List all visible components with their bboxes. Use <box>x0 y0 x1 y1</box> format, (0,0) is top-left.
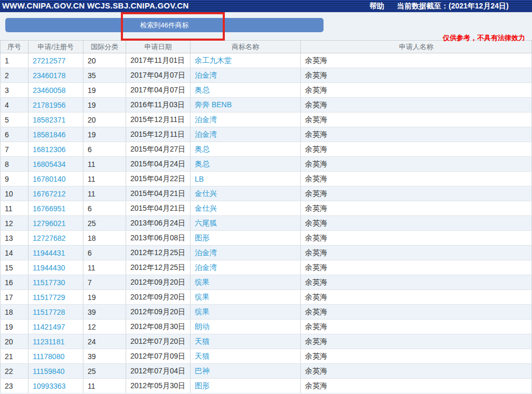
reg-no-link[interactable]: 11159840 <box>33 367 64 376</box>
cell-applicant: 余英海 <box>301 112 532 127</box>
cell-trademark-name[interactable]: 泊金湾 <box>191 246 301 260</box>
cell-reg-no[interactable]: 11944431 <box>28 246 83 260</box>
cell-reg-no[interactable]: 16766951 <box>28 201 83 216</box>
cell-trademark-name[interactable]: 巴神 <box>191 364 301 379</box>
cell-reg-no[interactable]: 18581846 <box>28 127 83 142</box>
cell-reg-no[interactable]: 16780140 <box>28 172 83 186</box>
cell-reg-no[interactable]: 11944430 <box>28 260 83 275</box>
trademark-name-link[interactable]: 泊金湾 <box>195 115 217 124</box>
reg-no-link[interactable]: 23460058 <box>33 86 65 95</box>
cell-reg-no[interactable]: 11517728 <box>28 305 83 320</box>
cell-reg-no[interactable]: 12727682 <box>28 231 83 246</box>
trademark-name-link[interactable]: 天猫 <box>195 337 210 345</box>
help-link[interactable]: 帮助 <box>369 2 384 11</box>
cell-reg-no[interactable]: 16805434 <box>28 157 83 172</box>
cell-reg-no[interactable]: 21781956 <box>28 98 83 112</box>
trademark-name-link[interactable]: 朗动 <box>195 322 210 331</box>
trademark-name-link[interactable]: 泊金湾 <box>195 130 217 138</box>
cell-trademark-name[interactable]: 奥总 <box>191 157 301 172</box>
trademark-name-link[interactable]: 图形 <box>195 381 210 390</box>
reg-no-link[interactable]: 27212577 <box>33 57 65 65</box>
reg-no-link[interactable]: 16812306 <box>33 145 65 154</box>
reg-no-link[interactable]: 16766951 <box>33 204 65 213</box>
reg-no-link[interactable]: 16767212 <box>33 190 65 198</box>
cell-trademark-name[interactable]: 泊金湾 <box>191 260 301 275</box>
trademark-name-link[interactable]: 缤果 <box>195 293 210 301</box>
trademark-name-link[interactable]: LB <box>195 175 204 183</box>
cell-trademark-name[interactable]: LB <box>191 172 301 186</box>
result-count-button[interactable]: 检索到46件商标 <box>5 18 324 32</box>
trademark-name-link[interactable]: 奔奔 BENB <box>195 100 232 109</box>
reg-no-link[interactable]: 16780140 <box>33 175 65 183</box>
reg-no-link[interactable]: 16805434 <box>33 160 65 168</box>
cell-reg-no[interactable]: 18582371 <box>28 112 83 127</box>
trademark-name-link[interactable]: 六尾狐 <box>195 219 217 227</box>
reg-no-link[interactable]: 18581846 <box>33 130 65 139</box>
trademark-name-link[interactable]: 泊金湾 <box>195 263 217 271</box>
reg-no-link[interactable]: 11231181 <box>33 337 64 346</box>
reg-no-link[interactable]: 11421497 <box>33 323 65 331</box>
cell-trademark-name[interactable]: 泊金湾 <box>191 68 301 83</box>
cell-trademark-name[interactable]: 奥总 <box>191 142 301 157</box>
trademark-name-link[interactable]: 泊金湾 <box>195 71 217 79</box>
reg-no-link[interactable]: 10993363 <box>33 382 65 390</box>
cell-reg-no[interactable]: 11421497 <box>28 320 83 334</box>
cell-reg-no[interactable]: 16767212 <box>28 186 83 201</box>
cell-reg-no[interactable]: 11178080 <box>28 349 83 364</box>
reg-no-link[interactable]: 11517730 <box>33 278 65 287</box>
cell-reg-no[interactable]: 23460058 <box>28 83 83 98</box>
cell-trademark-name[interactable]: 金仕兴 <box>191 186 301 201</box>
cell-reg-no[interactable]: 11517729 <box>28 290 83 305</box>
cell-reg-no[interactable]: 23460178 <box>28 68 83 83</box>
cell-reg-no[interactable]: 11517730 <box>28 275 83 290</box>
trademark-name-link[interactable]: 图形 <box>195 233 210 242</box>
cell-trademark-name[interactable]: 朗动 <box>191 320 301 334</box>
cell-trademark-name[interactable]: 泊金湾 <box>191 112 301 127</box>
cell-reg-no[interactable]: 10993363 <box>28 379 83 393</box>
trademark-name-link[interactable]: 缤果 <box>195 307 210 316</box>
cell-trademark-name[interactable]: 六尾狐 <box>191 216 301 231</box>
cell-trademark-name[interactable]: 图形 <box>191 231 301 246</box>
cell-trademark-name[interactable]: 缤果 <box>191 305 301 320</box>
trademark-name-link[interactable]: 金仕兴 <box>195 189 217 198</box>
trademark-name-link[interactable]: 泊金湾 <box>195 248 217 257</box>
reg-no-link[interactable]: 12727682 <box>33 234 65 242</box>
reg-no-link[interactable]: 18582371 <box>33 116 65 124</box>
cell-trademark-name[interactable]: 泊金湾 <box>191 127 301 142</box>
cell-reg-no[interactable]: 27212577 <box>28 53 83 68</box>
cell-reg-no[interactable]: 12796021 <box>28 216 83 231</box>
trademark-name-link[interactable]: 奥总 <box>195 145 210 153</box>
cell-trademark-name[interactable]: 奥总 <box>191 83 301 98</box>
cell-trademark-name[interactable]: 天猫 <box>191 349 301 364</box>
reg-no-link[interactable]: 12796021 <box>33 219 65 228</box>
cell-trademark-name[interactable]: 余工九木堂 <box>191 53 301 68</box>
cell-trademark-name[interactable]: 缤果 <box>191 275 301 290</box>
cell-trademark-name[interactable]: 奔奔 BENB <box>191 98 301 112</box>
reg-no-link[interactable]: 11517728 <box>33 308 65 316</box>
cell-reg-no[interactable]: 11231181 <box>28 334 83 349</box>
data-cutoff-label: 当前数据截至：(2021年12月24日) <box>397 2 509 11</box>
trademark-name-link[interactable]: 巴神 <box>195 367 210 375</box>
trademark-name-link[interactable]: 奥总 <box>195 86 210 94</box>
reg-no-link[interactable]: 23460178 <box>33 71 65 80</box>
trademark-name-link[interactable]: 金仕兴 <box>195 204 217 212</box>
cell-reg-no[interactable]: 16812306 <box>28 142 83 157</box>
trademark-name-link[interactable]: 天猫 <box>195 352 210 360</box>
trademark-name-link[interactable]: 奥总 <box>195 160 210 168</box>
cell-intl-class: 12 <box>83 320 126 334</box>
cell-trademark-name[interactable]: 缤果 <box>191 290 301 305</box>
reg-no-link[interactable]: 11178080 <box>33 352 64 361</box>
cell-trademark-name[interactable]: 金仕兴 <box>191 201 301 216</box>
cell-reg-no[interactable]: 11159840 <box>28 364 83 379</box>
cell-trademark-name[interactable]: 天猫 <box>191 334 301 349</box>
cell-no: 16 <box>1 275 28 290</box>
reg-no-link[interactable]: 11944430 <box>33 264 65 272</box>
trademark-name-link[interactable]: 余工九木堂 <box>195 56 232 64</box>
cell-trademark-name[interactable]: 图形 <box>191 379 301 393</box>
reg-no-link[interactable]: 21781956 <box>33 101 65 109</box>
reg-no-link[interactable]: 11944431 <box>33 249 65 257</box>
cell-no: 8 <box>1 157 28 172</box>
trademark-name-link[interactable]: 缤果 <box>195 278 210 286</box>
cell-applicant: 余英海 <box>301 290 532 305</box>
reg-no-link[interactable]: 11517729 <box>33 293 65 302</box>
